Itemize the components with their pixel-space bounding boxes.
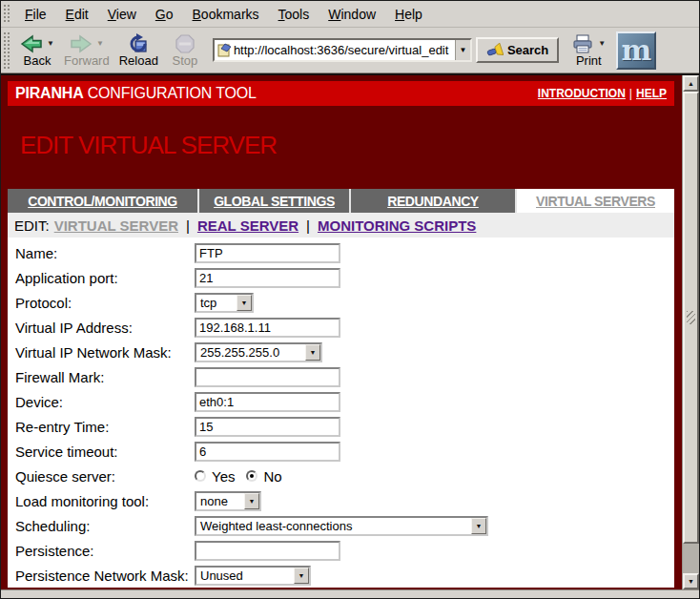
form-row-device: Device: [8,389,674,414]
menubar-grippy[interactable] [3,4,11,25]
menu-window[interactable]: Window [319,3,385,26]
firewall-mark-label: Firewall Mark: [8,369,195,385]
toolbar-grippy[interactable] [3,31,11,70]
subnav-separator: | [186,217,190,234]
print-button[interactable]: ▼ Print [566,32,610,69]
scrollbar-thumb[interactable] [683,92,699,544]
introduction-link[interactable]: INTRODUCTION [538,87,626,100]
form-row-reentry-time: Re-entry Time: [8,414,674,439]
form-row-firewall-mark: Firewall Mark: [8,364,674,389]
page-viewport: PIRANHA CONFIGURATION TOOL INTRODUCTION|… [1,75,682,589]
subnav-virtual-server[interactable]: VIRTUAL SERVER [54,217,178,234]
mozilla-logo[interactable]: m [616,31,656,70]
menu-view[interactable]: View [98,3,146,26]
print-icon [571,34,594,53]
form-row-persistence-mask: Persistence Network Mask: Unused ▼ [8,563,674,588]
subnav-separator: | [306,217,310,234]
reentry-time-input[interactable] [195,417,340,437]
tab-redundancy[interactable]: REDUNDANCY [351,189,517,213]
chevron-down-icon: ▼ [237,295,252,311]
persistence-input[interactable] [195,541,340,561]
scroll-up-button[interactable]: ▲ [683,75,699,92]
browser-window: File Edit View Go Bookmarks Tools Window… [0,0,700,599]
chevron-down-icon: ▼ [244,493,259,509]
bookmark-icon [216,43,232,58]
navigation-toolbar: ▼ Back ▼ Forward Reload [1,28,699,73]
form-row-load-monitoring: Load monitoring tool: none ▼ [8,488,674,513]
virtual-server-form: Name: Application port: Protocol: tcp ▼ … [8,238,674,588]
help-link[interactable]: HELP [636,87,667,100]
back-label: Back [24,54,51,68]
protocol-select[interactable]: tcp ▼ [195,293,254,313]
back-dropdown-caret[interactable]: ▼ [47,40,54,48]
url-input[interactable] [232,43,455,57]
name-input[interactable] [195,243,340,263]
persistence-mask-select[interactable]: Unused ▼ [195,566,311,586]
name-label: Name: [8,245,195,261]
banner-link-separator: | [629,87,632,100]
brand-rest: CONFIGURATION TOOL [84,85,257,101]
load-monitoring-label: Load monitoring tool: [8,493,195,509]
scroll-down-button[interactable]: ▼ [683,573,699,589]
protocol-value: tcp [196,295,237,311]
virtual-ip-mask-value: 255.255.255.0 [196,344,305,361]
subnav-monitoring-scripts[interactable]: MONITORING SCRIPTS [318,217,476,234]
edit-subnav: EDIT: VIRTUAL SERVER | REAL SERVER | MON… [8,213,674,238]
form-row-application-port: Application port: [8,265,674,290]
persistence-label: Persistence: [8,543,195,559]
quiesce-yes-radio[interactable] [195,470,206,482]
reload-icon [128,33,149,54]
device-input[interactable] [195,392,340,412]
status-bar [1,589,699,598]
tab-global-settings[interactable]: GLOBAL SETTINGS [199,189,351,213]
tab-virtual-servers[interactable]: VIRTUAL SERVERS [517,189,674,213]
form-row-virtual-ip: Virtual IP Address: [8,315,674,340]
virtual-ip-input[interactable] [195,318,340,338]
brand-title: PIRANHA CONFIGURATION TOOL [15,85,257,102]
forward-dropdown-caret[interactable]: ▼ [96,40,104,48]
virtual-ip-mask-select[interactable]: 255.255.255.0 ▼ [195,342,322,362]
url-dropdown-button[interactable]: ▼ [455,40,470,60]
scheduling-select[interactable]: Weighted least-connections ▼ [195,516,488,536]
tab-bar: CONTROL/MONITORING GLOBAL SETTINGS REDUN… [8,189,674,213]
quiesce-radio-group: Yes No [195,468,288,485]
chevron-down-icon: ▼ [305,344,320,361]
menu-help[interactable]: Help [385,3,432,26]
persistence-mask-value: Unused [196,568,294,584]
stop-button[interactable]: Stop [163,32,207,69]
load-monitoring-select[interactable]: none ▼ [195,491,261,511]
scheduling-value: Weighted least-connections [196,518,471,534]
banner-links: INTRODUCTION|HELP [538,87,667,100]
quiesce-yes-label: Yes [212,468,235,485]
search-button[interactable]: Search [476,37,559,63]
piranha-banner: PIRANHA CONFIGURATION TOOL INTRODUCTION|… [8,81,674,106]
form-row-protocol: Protocol: tcp ▼ [8,290,674,315]
forward-button[interactable]: ▼ Forward [59,32,114,69]
form-row-persistence: Persistence: [8,538,674,563]
protocol-label: Protocol: [8,295,195,311]
quiesce-no-radio[interactable] [246,470,257,482]
menu-bookmarks[interactable]: Bookmarks [183,3,269,26]
scheduling-label: Scheduling: [8,518,195,534]
forward-arrow-icon [70,34,93,53]
firewall-mark-input[interactable] [195,367,340,387]
tab-control-monitoring[interactable]: CONTROL/MONITORING [8,189,199,213]
back-button[interactable]: ▼ Back [15,32,59,69]
reload-button[interactable]: Reload [114,32,163,69]
service-timeout-input[interactable] [195,442,340,462]
application-port-input[interactable] [195,268,340,288]
subnav-real-server[interactable]: REAL SERVER [197,217,299,234]
menu-go[interactable]: Go [146,3,183,26]
application-port-label: Application port: [8,270,195,286]
chevron-down-icon: ▼ [471,518,486,534]
subnav-prefix: EDIT: [14,217,50,234]
menu-tools[interactable]: Tools [269,3,319,26]
print-dropdown-caret[interactable]: ▼ [598,40,606,48]
menu-edit[interactable]: Edit [56,3,98,26]
menu-file[interactable]: File [15,3,56,26]
quiesce-no-label: No [263,468,281,485]
menu-bar: File Edit View Go Bookmarks Tools Window… [1,1,699,28]
vertical-scrollbar[interactable]: ▲ ▼ [682,75,699,589]
print-label: Print [576,54,602,68]
search-flashlight-icon [486,43,504,58]
